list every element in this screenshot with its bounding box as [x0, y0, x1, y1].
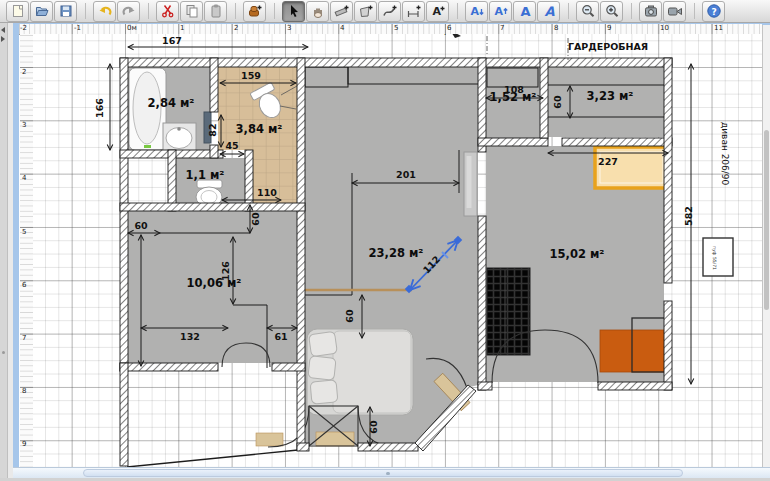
ruler-label: 8: [554, 24, 558, 33]
toolbar-separator: [141, 3, 149, 19]
threshold[interactable]: [256, 433, 283, 446]
collapse-left-icon[interactable]: [1, 27, 5, 33]
floor-plan[interactable]: пуф 55/71: [33, 34, 762, 467]
zoom-in-button[interactable]: [600, 1, 623, 22]
ruler-label: 7: [500, 24, 504, 33]
copy-button[interactable]: [180, 1, 203, 22]
help-icon: ?: [706, 3, 722, 19]
svg-text:A: A: [520, 4, 530, 19]
toolbar-separator: [561, 3, 569, 19]
bed[interactable]: [307, 329, 413, 415]
toolbar-separator: [228, 3, 236, 19]
pouf-label: пуф 55/71: [712, 246, 717, 270]
open-folder-icon: [34, 3, 50, 19]
ruler-label: -1: [74, 24, 81, 33]
create-polylines-button[interactable]: [378, 1, 401, 22]
area-label-closet[interactable]: 3,23 м²: [587, 89, 634, 103]
ruler-label: 5: [22, 228, 26, 236]
unfinished-wall-line: [127, 450, 298, 467]
orange-cabinet[interactable]: [600, 330, 667, 372]
new-document-button[interactable]: [6, 1, 29, 22]
area-label-living[interactable]: 23,28 м²: [369, 246, 424, 260]
bathroom-sink[interactable]: [163, 123, 196, 152]
dim-159[interactable]: 159: [241, 70, 261, 81]
dim-166[interactable]: 166: [94, 98, 105, 118]
dim-60-bed[interactable]: 60: [344, 309, 355, 323]
create-walls-button[interactable]: [330, 1, 353, 22]
zoom-out-button[interactable]: [576, 1, 599, 22]
decrease-text-size-button[interactable]: A: [465, 1, 488, 22]
help-button[interactable]: ?: [702, 1, 725, 22]
create-video-button[interactable]: [663, 1, 686, 22]
expand-right-icon[interactable]: [1, 36, 5, 42]
splitter-handle[interactable]: [2, 351, 5, 354]
paste-button[interactable]: [204, 1, 227, 22]
area-label-toilet[interactable]: 1,1 м²: [186, 168, 225, 182]
horizontal-scrollbar[interactable]: [13, 467, 770, 478]
cut-scissors-icon: [160, 3, 176, 19]
bold-button[interactable]: A: [513, 1, 536, 22]
new-document-icon: [10, 3, 26, 19]
dim-582[interactable]: 582: [683, 206, 694, 226]
create-text-button[interactable]: A: [426, 1, 449, 22]
door-leaf-highlight: [467, 156, 472, 208]
redo-button[interactable]: [117, 1, 140, 22]
dim-60-kitchen-top[interactable]: 60: [134, 220, 148, 231]
add-furniture-button[interactable]: [243, 1, 266, 22]
area-label-bedroom[interactable]: 15,02 м²: [550, 247, 605, 261]
closet-annotation[interactable]: шкаф: [423, 34, 448, 35]
italic-button[interactable]: A: [537, 1, 560, 22]
plan-canvas[interactable]: пуф 55/71: [33, 34, 762, 467]
dim-227[interactable]: 227: [598, 156, 618, 167]
pan-tool-button[interactable]: [306, 1, 329, 22]
scrollbar-grip-dot: [386, 472, 390, 475]
threshold[interactable]: [316, 432, 354, 446]
dim-82[interactable]: 82: [207, 123, 218, 136]
create-photo-button[interactable]: [639, 1, 662, 22]
area-label-kitchen[interactable]: 10,06 м²: [187, 276, 242, 290]
area-label-shower[interactable]: 3,84 м²: [236, 122, 283, 136]
closet-leader-arrow: [450, 34, 461, 38]
black-dresser[interactable]: [487, 268, 530, 355]
vertical-scrollbar[interactable]: [762, 25, 770, 467]
increase-text-size-button[interactable]: A: [489, 1, 512, 22]
dim-110[interactable]: 110: [257, 187, 277, 198]
dim-167[interactable]: 167: [162, 35, 182, 46]
svg-text:?: ?: [711, 7, 716, 17]
dim-61[interactable]: 61: [274, 331, 287, 342]
toolbar-separator: [687, 3, 695, 19]
dim-60-kitchen-right[interactable]: 60: [250, 212, 261, 226]
save-button[interactable]: [54, 1, 77, 22]
guide-lines: [487, 36, 568, 60]
open-button[interactable]: [30, 1, 53, 22]
sofa-annotation[interactable]: диван 206/90: [720, 122, 730, 186]
svg-text:A: A: [470, 5, 479, 18]
create-dimensions-button[interactable]: [402, 1, 425, 22]
pouf[interactable]: пуф 55/71: [703, 238, 733, 276]
dim-45[interactable]: 45: [225, 140, 238, 151]
undo-button[interactable]: [93, 1, 116, 22]
ruler-label: 6: [22, 281, 26, 289]
ruler-label: 11: [714, 24, 723, 33]
dim-132[interactable]: 132: [180, 331, 200, 342]
toolbar-separator: [624, 3, 632, 19]
dim-108[interactable]: 108: [504, 84, 524, 95]
select-tool-button[interactable]: [282, 1, 305, 22]
cut-button[interactable]: [156, 1, 179, 22]
ruler-label: 3: [287, 24, 291, 33]
copy-icon: [184, 3, 200, 19]
camera-icon: [643, 3, 659, 19]
create-rooms-button[interactable]: [354, 1, 377, 22]
toolbar-separator: [267, 3, 275, 19]
dim-60-door[interactable]: 60: [368, 420, 379, 434]
wardrobe-room-title[interactable]: ГАРДЕРОБНАЯ: [568, 41, 648, 52]
ruler-label: 2: [234, 24, 238, 33]
horizontal-scrollbar-thumb[interactable]: [83, 469, 683, 477]
pillow: [309, 331, 338, 356]
area-label-bathroom[interactable]: 2,84 м²: [148, 96, 195, 110]
vertical-scrollbar-thumb[interactable]: [764, 130, 769, 310]
dim-126[interactable]: 126: [220, 261, 231, 281]
dim-201[interactable]: 201: [396, 169, 416, 180]
dim-60-closet[interactable]: 60: [552, 95, 563, 109]
pane-splitter[interactable]: [0, 23, 8, 478]
